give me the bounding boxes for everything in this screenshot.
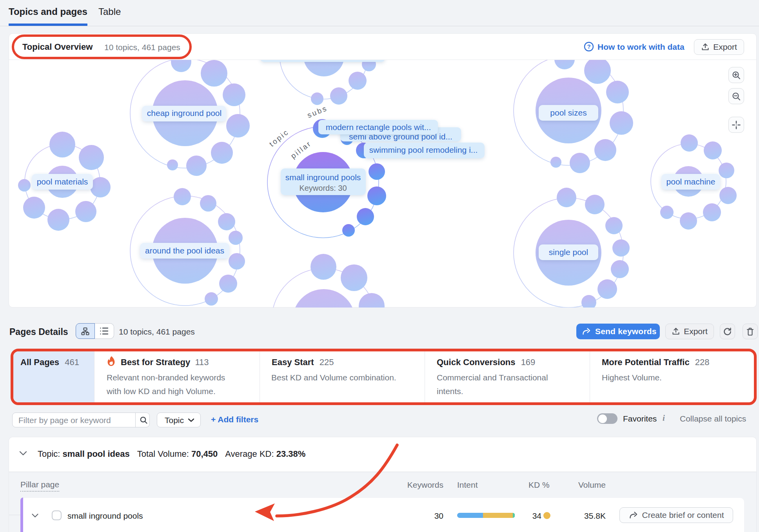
svg-text:?: ? [587, 43, 590, 50]
svg-text:swimming pool remodeling i...: swimming pool remodeling i... [369, 145, 478, 154]
svg-text:Keywords: 30: Keywords: 30 [299, 184, 347, 192]
svg-text:pool materials: pool materials [37, 177, 88, 186]
svg-text:small inground pools: small inground pools [285, 173, 361, 182]
svg-text:pool sizes: pool sizes [550, 108, 586, 117]
svg-text:cheap inground pool: cheap inground pool [147, 109, 222, 118]
svg-text:modern rectangle pools wit...: modern rectangle pools wit... [326, 123, 431, 132]
svg-text:pool machine: pool machine [666, 177, 715, 186]
svg-text:single pool: single pool [549, 248, 588, 257]
svg-text:around the pool ideas: around the pool ideas [145, 246, 224, 255]
svg-text:subs: subs [306, 104, 329, 119]
svg-text:topic: topic [268, 128, 291, 148]
